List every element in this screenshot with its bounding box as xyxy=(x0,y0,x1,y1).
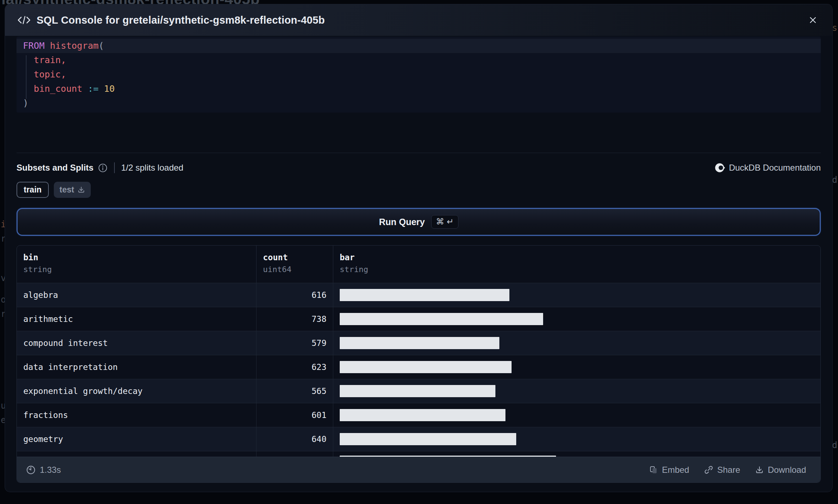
results-table: bin string count uint64 bar string algeb… xyxy=(17,245,821,483)
sql-code: FROM histogram( train, topic, bin_count … xyxy=(17,39,821,110)
duckdb-logo-icon xyxy=(715,163,725,173)
code-line: topic, xyxy=(17,67,821,82)
download-label: Download xyxy=(768,465,806,475)
code-token-name: histogram xyxy=(50,41,98,51)
download-icon xyxy=(755,466,764,474)
count-cell: 623 xyxy=(256,355,333,379)
code-line: FROM histogram( xyxy=(17,39,821,53)
split-chip-train[interactable]: train xyxy=(17,182,49,198)
code-token-name: train xyxy=(34,55,61,65)
code-token-name: , xyxy=(61,55,66,65)
bar-cell xyxy=(333,451,820,457)
sql-console-modal: SQL Console for gretelai/synthetic-gsm8k… xyxy=(5,4,832,492)
code-token-plain xyxy=(83,84,88,94)
code-token-number: 10 xyxy=(104,84,115,94)
backdrop-fragment: d xyxy=(832,175,837,185)
column-header-bar: bar string xyxy=(333,246,820,283)
bin-cell: data interpretation xyxy=(17,355,256,379)
bin-cell: fractions xyxy=(17,403,256,427)
bar-cell xyxy=(333,355,820,379)
table-row: data interpretation623 xyxy=(17,355,820,379)
code-icon xyxy=(17,15,31,25)
embed-label: Embed xyxy=(662,465,689,475)
bar-cell xyxy=(333,403,820,427)
histogram-bar xyxy=(340,456,556,457)
histogram-bar xyxy=(340,385,495,397)
duckdb-doc-label: DuckDB Documentation xyxy=(729,163,821,173)
table-row: compound interest579 xyxy=(17,331,820,355)
code-token-plain: ) xyxy=(23,98,28,108)
code-token-keyword: FROM xyxy=(23,41,44,51)
count-cell: 616 xyxy=(256,283,333,307)
code-token-operator: := xyxy=(88,84,99,94)
histogram-bar xyxy=(340,337,499,349)
column-type: string xyxy=(340,265,820,274)
bar-cell xyxy=(333,379,820,403)
table-header-row: bin string count uint64 bar string xyxy=(17,246,820,283)
code-line: train, xyxy=(17,53,821,67)
info-button[interactable] xyxy=(98,163,108,173)
divider xyxy=(17,153,821,153)
run-query-label: Run Query xyxy=(379,217,425,227)
split-chip-label: train xyxy=(24,185,42,195)
bin-cell xyxy=(17,451,256,457)
code-line: ) xyxy=(17,96,821,110)
bin-cell: compound interest xyxy=(17,331,256,355)
embed-button[interactable]: Embed xyxy=(644,462,694,478)
table-row: algebra616 xyxy=(17,283,820,307)
page: { "backdrop": { "top_text": "lai/synthet… xyxy=(0,0,838,504)
bar-cell xyxy=(333,283,820,307)
table-row xyxy=(17,451,820,457)
code-token-plain xyxy=(44,41,50,51)
histogram-bar xyxy=(340,409,505,421)
table-row: exponential growth/decay565 xyxy=(17,379,820,403)
count-cell: 601 xyxy=(256,403,333,427)
code-token-name: bin_count xyxy=(34,84,82,94)
modal-header: SQL Console for gretelai/synthetic-gsm8k… xyxy=(5,4,832,36)
split-chip-label: test xyxy=(60,185,74,195)
count-cell: 640 xyxy=(256,427,333,451)
cmd-key-icon: ⌘ xyxy=(436,217,444,226)
column-header-bin: bin string xyxy=(17,246,256,283)
bin-cell: arithmetic xyxy=(17,307,256,331)
column-header-count: count uint64 xyxy=(256,246,333,283)
column-name: count xyxy=(263,253,333,262)
histogram-bar xyxy=(340,289,509,301)
sql-editor[interactable]: FROM histogram( train, topic, bin_count … xyxy=(17,37,821,113)
download-button[interactable]: Download xyxy=(750,462,811,478)
histogram-bar xyxy=(340,433,516,445)
split-chip-test[interactable]: test xyxy=(54,182,91,198)
code-line: bin_count := 10 xyxy=(17,82,821,96)
share-link-icon xyxy=(704,465,713,474)
count-cell: 738 xyxy=(256,307,333,331)
bar-cell xyxy=(333,307,820,331)
histogram-bar xyxy=(340,361,512,373)
bin-cell: geometry xyxy=(17,427,256,451)
code-token-name: , xyxy=(61,69,66,80)
share-button[interactable]: Share xyxy=(699,462,745,478)
bar-cell xyxy=(333,331,820,355)
run-query-button[interactable]: Run Query ⌘ ↵ xyxy=(17,208,821,236)
spacer xyxy=(5,113,832,153)
column-type: string xyxy=(23,265,256,274)
count-cell: 565 xyxy=(256,379,333,403)
backdrop-fragment: d xyxy=(832,440,837,450)
close-button[interactable] xyxy=(806,13,820,27)
bin-cell: algebra xyxy=(17,283,256,307)
duckdb-doc-link[interactable]: DuckDB Documentation xyxy=(715,163,821,173)
column-name: bin xyxy=(23,253,256,262)
share-label: Share xyxy=(717,465,740,475)
bin-cell: exponential growth/decay xyxy=(17,379,256,403)
code-token-name: topic xyxy=(34,69,61,80)
splits-toolbar: Subsets and Splits 1/2 splits loaded Duc… xyxy=(17,159,821,177)
keyboard-shortcut-badge: ⌘ ↵ xyxy=(431,215,458,229)
page-title: SQL Console for gretelai/synthetic-gsm8k… xyxy=(37,14,325,26)
count-cell: 579 xyxy=(256,331,333,355)
close-icon xyxy=(808,15,818,25)
column-type: uint64 xyxy=(263,265,333,274)
footer-actions: Embed Share Download xyxy=(644,462,811,478)
histogram-bar xyxy=(340,313,543,325)
query-duration: 1.33s xyxy=(26,465,61,475)
column-name: bar xyxy=(340,253,820,262)
clock-icon xyxy=(26,465,36,475)
